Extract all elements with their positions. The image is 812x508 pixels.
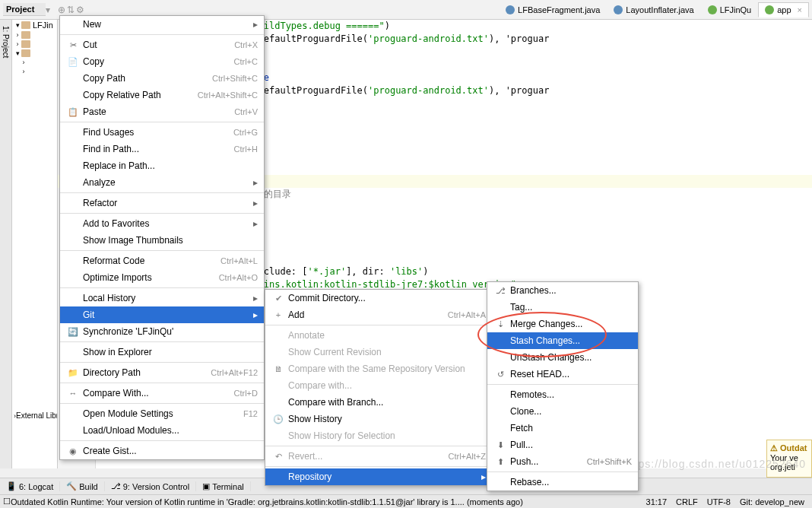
menu-item-open-module-settings[interactable]: Open Module SettingsF12 (60, 405, 264, 422)
gradle-icon (708, 5, 717, 14)
menu-item-local-history[interactable]: Local History▸ (60, 290, 264, 306)
menu-item-show-image-thumbnails[interactable]: Show Image Thumbnails (60, 232, 264, 249)
tree-root[interactable]: ▾LFJin (12, 20, 57, 30)
tab-app[interactable]: app× (758, 2, 809, 17)
menu-item-directory-path[interactable]: 📁Directory PathCtrl+Alt+F12 (60, 364, 264, 381)
menu-item-remotes[interactable]: Remotes... (487, 386, 638, 403)
tool-build[interactable]: 🔨Build (60, 481, 104, 491)
watermark: https://blog.csdn.net/u012252640 (624, 458, 806, 470)
menu-item-copy-path[interactable]: Copy PathCtrl+Shift+C (60, 70, 264, 87)
tool-terminal[interactable]: ▣Terminal (196, 481, 251, 491)
menu-item-create-gist[interactable]: ◉Create Gist... (60, 443, 264, 459)
menu-item-analyze[interactable]: Analyze▸ (60, 174, 264, 191)
git-submenu: ✔Commit Directory...+AddCtrl+Alt+AAnnota… (265, 289, 493, 486)
menu-item-cut[interactable]: ✂CutCtrl+X (60, 37, 264, 53)
menu-item-optimize-imports[interactable]: Optimize ImportsCtrl+Alt+O (60, 269, 264, 286)
status-message: Outdated Kotlin Runtime: Your version of… (11, 497, 642, 506)
repository-submenu: ⎇Branches...Tag...⇣Merge Changes...Stash… (487, 281, 639, 491)
menu-item-reformat-code[interactable]: Reformat CodeCtrl+Alt+L (60, 252, 264, 269)
status-bar: ☐ Outdated Kotlin Runtime: Your version … (0, 494, 812, 508)
project-tree: ▾LFJin › › ▾ › › ›External Libraries (12, 20, 58, 468)
close-icon[interactable]: × (798, 5, 802, 14)
tab-lfbasefragment[interactable]: LFBaseFragment.java (499, 2, 607, 17)
folder-icon (21, 21, 30, 29)
folder-icon (21, 49, 30, 57)
menu-item-rebase[interactable]: Rebase... (487, 474, 638, 491)
context-menu: New▸✂CutCtrl+X📄CopyCtrl+CCopy PathCtrl+S… (59, 15, 265, 460)
menu-item-fetch[interactable]: Fetch (487, 420, 638, 437)
external-libraries[interactable]: ›External Libraries (12, 411, 57, 421)
menu-item-replace-in-path[interactable]: Replace in Path... (60, 157, 264, 174)
menu-item-annotate: Annotate (265, 327, 492, 344)
menu-item-show-history-for-selection: Show History for Selection (265, 427, 492, 444)
class-icon (614, 5, 623, 14)
menu-item-copy[interactable]: 📄CopyCtrl+C (60, 53, 264, 70)
menu-item-unstash-changes[interactable]: UnStash Changes... (487, 349, 638, 366)
menu-item-refactor[interactable]: Refactor▸ (60, 195, 264, 211)
tab-layoutinflater[interactable]: LayoutInflater.java (607, 2, 700, 17)
menu-item-find-usages[interactable]: Find UsagesCtrl+G (60, 124, 264, 141)
project-toolwindow-label[interactable]: Project (3, 3, 46, 16)
menu-item-pull[interactable]: ⬇Pull... (487, 437, 638, 453)
status-position[interactable]: 31:17 (642, 497, 672, 506)
left-toolwindow-bar: 1: Project 7: Structure (0, 20, 12, 468)
menu-item-paste[interactable]: 📋PasteCtrl+V (60, 103, 264, 120)
tool-logcat[interactable]: 📱6: Logcat (0, 481, 60, 491)
menu-item-copy-relative-path[interactable]: Copy Relative PathCtrl+Alt+Shift+C (60, 87, 264, 103)
menu-item-reset-head[interactable]: ↺Reset HEAD... (487, 366, 638, 383)
folder-icon (21, 40, 30, 48)
menu-item-show-in-explorer[interactable]: Show in Explorer (60, 344, 264, 360)
menu-item-load-unload-modules[interactable]: Load/Unload Modules... (60, 422, 264, 439)
menu-item-show-current-revision: Show Current Revision (265, 344, 492, 360)
menu-item-git[interactable]: Git▸ (60, 306, 264, 323)
menu-item-clone[interactable]: Clone... (487, 403, 638, 420)
status-encoding[interactable]: UTF-8 (703, 497, 735, 506)
menu-item-branches[interactable]: ⎇Branches... (487, 282, 638, 299)
menu-item-find-in-path[interactable]: Find in Path...Ctrl+H (60, 141, 264, 157)
status-git-branch[interactable]: Git: develop_new (735, 497, 809, 506)
menu-item-commit-directory[interactable]: ✔Commit Directory... (265, 290, 492, 306)
status-line-sep[interactable]: CRLF (671, 497, 703, 506)
menu-item-synchronize-lfjinqu[interactable]: 🔄Synchronize 'LFJinQu' (60, 323, 264, 340)
menu-item-repository[interactable]: Repository▸ (265, 468, 492, 485)
gradle-icon (765, 5, 774, 14)
menu-item-add-to-favorites[interactable]: Add to Favorites▸ (60, 215, 264, 232)
leftbar-project[interactable]: 1: Project (0, 23, 11, 468)
editor-tabs: LFBaseFragment.java LayoutInflater.java … (499, 2, 809, 17)
menu-item-show-history[interactable]: 🕒Show History (265, 411, 492, 427)
menu-item-add[interactable]: +AddCtrl+Alt+A (265, 306, 492, 323)
menu-item-tag[interactable]: Tag... (487, 299, 638, 316)
class-icon (506, 5, 515, 14)
menu-item-push[interactable]: ⬆Push...Ctrl+Shift+K (487, 453, 638, 470)
menu-item-revert: ↶Revert...Ctrl+Alt+Z (265, 448, 492, 465)
menu-item-compare-with-branch[interactable]: Compare with Branch... (265, 394, 492, 411)
menu-item-compare-with-the-same-repository-version: 🗎Compare with the Same Repository Versio… (265, 360, 492, 377)
menu-item-compare-with[interactable]: ↔Compare With...Ctrl+D (60, 385, 264, 402)
menu-item-stash-changes[interactable]: Stash Changes... (487, 332, 638, 349)
menu-item-compare-with: Compare with... (265, 377, 492, 394)
folder-icon (21, 31, 30, 39)
tool-version-control[interactable]: ⎇9: Version Control (105, 481, 196, 491)
menu-item-merge-changes[interactable]: ⇣Merge Changes... (487, 316, 638, 332)
menu-item-new[interactable]: New▸ (60, 16, 264, 33)
tab-lfjinqu[interactable]: LFJinQu (701, 2, 759, 17)
